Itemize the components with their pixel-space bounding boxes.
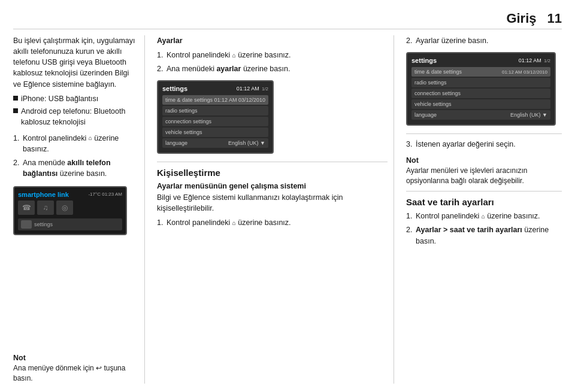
settings-row-4: language English (UK) ▼ <box>162 138 268 148</box>
right-settings-time: 01:12 AM <box>519 57 541 63</box>
settings-title: settings <box>162 85 187 92</box>
center-section-label: Ayarlar <box>157 35 388 46</box>
sp-bottom-text: settings <box>34 221 53 227</box>
sp-header: smartphone link -17°C 01:23 AM <box>18 191 122 198</box>
right-column: 2. Ayarlar üzerine basın. settings 01:12… <box>400 35 562 384</box>
right-rule-2 <box>406 191 562 192</box>
settings-row-2: connection settings <box>162 117 268 126</box>
right-top: 2. Ayarlar üzerine basın. settings 01:12… <box>406 35 562 250</box>
center-top-section: Ayarlar 1. Kontrol panelindeki ⌂ üzerine… <box>157 35 388 77</box>
right-section-heading: Saat ve tarih ayarları <box>406 196 562 208</box>
sp-bottom-icon <box>21 220 32 229</box>
sp-icon-row: ☎ ♫ ◎ <box>18 200 122 215</box>
note-label: Not <box>13 354 138 362</box>
content-area: Bu işlevi çalıştırmak için, uygulamayı a… <box>13 35 562 384</box>
center-desc: Bilgi ve Eğlence sistemi kullanmanızı ko… <box>157 192 388 214</box>
bullet-icon <box>13 96 18 101</box>
page-number: 11 <box>547 11 562 26</box>
center-step-2: 2. Ana menüdeki ayarlar üzerine basın. <box>157 63 388 74</box>
bullet-android: Android cep telefonu: Bluetooth kablosuz… <box>13 106 138 127</box>
right-note-text: Ayarlar menüleri ve işlevleri aracınızın… <box>406 166 562 186</box>
left-step-1: 1. Kontrol panelindeki ⌂ üzerine basınız… <box>13 133 138 154</box>
right-settings-title: settings <box>411 57 437 64</box>
center-column: Ayarlar 1. Kontrol panelindeki ⌂ üzerine… <box>151 35 394 384</box>
sp-bottom-bar: settings <box>18 218 122 230</box>
right-step-2-label: 2. Ayarlar üzerine basın. <box>406 35 562 46</box>
left-note: Not Ana menüye dönmek için ↩ tuşuna bası… <box>13 349 138 384</box>
right-settings-screen: settings 01:12 AM 1/2 time & date settin… <box>406 52 556 126</box>
sp-icon-other: ◎ <box>56 200 73 215</box>
horizontal-rule <box>157 162 388 162</box>
bullet-icon <box>13 108 18 113</box>
settings-time: 01:12 AM <box>237 86 259 92</box>
settings-title-bar: settings 01:12 AM 1/2 <box>162 85 268 92</box>
right-note: Not Ayarlar menüleri ve işlevleri aracın… <box>406 156 562 186</box>
right-settings-row-0: time & date settings 01:12 AM 03/12/2010 <box>411 67 550 77</box>
right-settings-row-2: connection settings <box>411 89 550 98</box>
left-intro: Bu işlevi çalıştırmak için, uygulamayı a… <box>13 35 138 90</box>
right-final-step-2: 2. Ayarlar > saat ve tarih ayarları üzer… <box>406 224 562 246</box>
center-settings-screen: settings 01:12 AM 1/2 time & date settin… <box>157 80 274 154</box>
sub-heading: Ayarlar menüsünün genel çalışma sistemi <box>157 182 388 190</box>
sp-info: -17°C 01:23 AM <box>88 192 122 197</box>
page-header: Giriş 11 <box>13 11 562 29</box>
settings-page: 1/2 <box>262 86 268 92</box>
kisiselletirme-heading: Kişiselleştirme <box>157 167 388 179</box>
sp-icon-music: ♫ <box>37 200 54 215</box>
right-settings-row-4: language English (UK) ▼ <box>411 110 550 120</box>
center-bottom-section: Kişiselleştirme Ayarlar menüsünün genel … <box>157 167 388 231</box>
center-step-1: 1. Kontrol panelindeki ⌂ üzerine basınız… <box>157 50 388 60</box>
settings-row-0: time & date settings 01:12 AM 03/12/2010 <box>162 95 268 105</box>
right-settings-row-1: radio settings <box>411 78 550 87</box>
right-settings-title-bar: settings 01:12 AM 1/2 <box>411 57 550 64</box>
settings-row-3: vehicle settings <box>162 127 268 137</box>
left-step-2: 2. Ana menüde akıllı telefon bağlantısı … <box>13 157 138 179</box>
right-rule-1 <box>406 133 562 134</box>
step-number: 2. <box>13 157 23 168</box>
sp-icon-phone: ☎ <box>18 200 35 215</box>
right-step-3: 3. İstenen ayarlar değerini seçin. <box>406 139 562 150</box>
right-settings-row-3: vehicle settings <box>411 99 550 109</box>
center-bottom-step-1: 1. Kontrol panelindeki ⌂ üzerine basınız… <box>157 217 388 228</box>
step-number: 1. <box>13 133 23 144</box>
smartphone-screen: smartphone link -17°C 01:23 AM ☎ ♫ ◎ <box>13 186 127 235</box>
note-text: Ana menüye dönmek için ↩ tuşuna basın. <box>13 363 138 384</box>
sp-title: smartphone link <box>18 191 69 198</box>
right-note-label: Not <box>406 156 562 165</box>
bullet-iphone: iPhone: USB bağlantısı <box>13 93 138 104</box>
page-title: Giriş <box>506 11 536 26</box>
left-column: Bu işlevi çalıştırmak için, uygulamayı a… <box>13 35 145 384</box>
right-final-step-1: 1. Kontrol panelindeki ⌂ üzerine basınız… <box>406 211 562 221</box>
settings-row-1: radio settings <box>162 106 268 116</box>
page-container: Giriş 11 Bu işlevi çalıştırmak için, uyg… <box>0 0 575 392</box>
right-settings-page: 1/2 <box>544 58 550 63</box>
